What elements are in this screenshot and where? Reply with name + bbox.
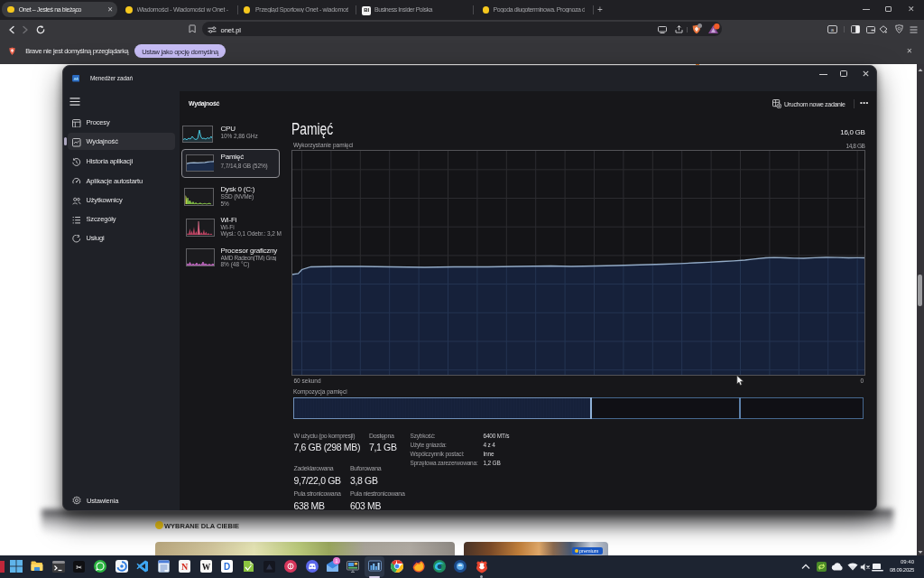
svg-text:D: D	[224, 562, 230, 572]
svg-text:W: W	[201, 563, 210, 572]
svg-text:✂: ✂	[76, 563, 82, 571]
svg-text:N: N	[181, 562, 189, 572]
svg-text:a: a	[830, 26, 834, 32]
